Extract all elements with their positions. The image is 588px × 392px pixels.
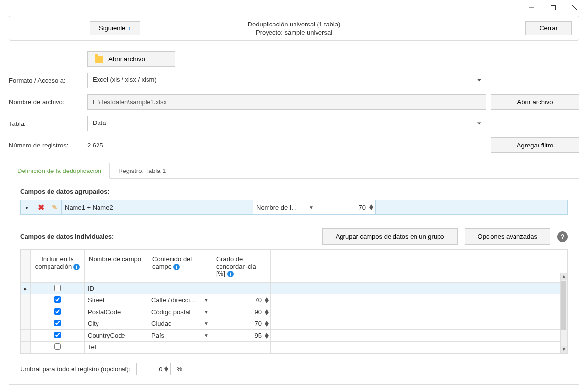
info-icon[interactable]: i: [227, 271, 234, 277]
scroll-down-icon[interactable]: [561, 346, 567, 353]
folder-icon: [95, 56, 103, 63]
chevron-down-icon: ▼: [204, 297, 209, 303]
content-select[interactable]: [148, 283, 212, 294]
col-content: Contenido del campoi: [148, 250, 212, 283]
row-indicator[interactable]: ▸: [21, 283, 31, 294]
scrollbar[interactable]: [560, 273, 567, 353]
tabs: Definición de la deduplicación Registro,…: [9, 163, 579, 179]
table-row[interactable]: ▸ ID: [21, 283, 567, 294]
edit-group-button[interactable]: ✎: [48, 200, 62, 214]
include-checkbox[interactable]: [54, 320, 61, 326]
field-name-cell: Tel: [85, 342, 148, 353]
grouped-match-input[interactable]: 70: [317, 200, 376, 214]
open-file-button[interactable]: Abrir archivo: [491, 94, 579, 110]
page-subtitle: Proyecto: sample universal: [248, 29, 341, 36]
col-include: Incluir en la comparacióni: [31, 250, 85, 283]
format-select[interactable]: Excel (xls / xlsx / xlsm): [87, 73, 486, 88]
svg-marker-17: [164, 369, 168, 372]
content-select[interactable]: País▼: [148, 330, 212, 342]
svg-marker-15: [562, 348, 566, 351]
svg-marker-13: [265, 336, 269, 339]
row-indicator[interactable]: [21, 330, 31, 342]
help-icon[interactable]: ?: [557, 231, 568, 242]
table-row[interactable]: Street Calle / direcci…▼ 70: [21, 294, 567, 306]
table-row[interactable]: PostalCode Código postal▼ 90: [21, 306, 567, 318]
svg-marker-7: [265, 300, 269, 303]
info-icon[interactable]: i: [173, 264, 180, 270]
table-row[interactable]: CountryCode País▼ 95: [21, 330, 567, 342]
spinner-icon[interactable]: [265, 297, 269, 303]
match-input[interactable]: 95: [212, 330, 271, 342]
content-select[interactable]: Ciudad▼: [148, 318, 212, 330]
table-label: Tabla:: [9, 120, 82, 127]
delete-icon: ✖: [38, 203, 44, 212]
match-input[interactable]: [212, 342, 271, 353]
fields-table: Incluir en la comparacióni Nombre de cam…: [21, 250, 567, 353]
row-indicator[interactable]: ▸: [21, 200, 34, 214]
match-input[interactable]: 90: [212, 306, 271, 318]
spinner-icon[interactable]: [265, 309, 269, 315]
filename-input: [87, 94, 486, 110]
chevron-down-icon: ▼: [204, 321, 209, 326]
threshold-unit: %: [176, 366, 182, 373]
records-label: Número de registros:: [9, 142, 82, 149]
tab-content: Campos de datos agrupados: ▸ ✖ ✎ Name1 +…: [9, 179, 579, 385]
next-label: Siguiente: [99, 24, 125, 32]
tab-dedup-definition[interactable]: Definición de la deduplicación: [9, 163, 110, 179]
threshold-label: Umbral para todo el registro (opcional):: [20, 366, 130, 373]
spinner-icon[interactable]: [369, 204, 373, 210]
advanced-options-button[interactable]: Opciones avanzadas: [465, 228, 550, 245]
table-select[interactable]: Data: [87, 116, 486, 131]
grouped-field-type-select[interactable]: Nombre de l… ▼: [253, 200, 317, 214]
col-name: Nombre de campo: [85, 250, 148, 283]
spinner-icon[interactable]: [265, 333, 269, 339]
include-checkbox[interactable]: [54, 332, 61, 338]
next-button[interactable]: Siguiente ›: [90, 21, 140, 35]
grouped-field-name: Name1 + Name2: [62, 200, 253, 214]
records-value: 2.625: [87, 142, 486, 149]
field-name-cell: City: [85, 318, 148, 330]
row-indicator[interactable]: [21, 306, 31, 318]
page-title: Deduplicación universal (1 tabla): [248, 21, 341, 28]
field-name-cell: Street: [85, 294, 148, 306]
delete-group-button[interactable]: ✖: [34, 200, 48, 214]
include-checkbox[interactable]: [54, 296, 61, 303]
svg-rect-1: [551, 6, 556, 10]
include-checkbox[interactable]: [54, 343, 61, 350]
table-row[interactable]: City Ciudad▼ 70: [21, 318, 567, 330]
group-fields-button[interactable]: Agrupar campos de datos en un grupo: [322, 228, 458, 245]
scroll-up-icon[interactable]: [561, 273, 567, 280]
row-indicator[interactable]: [21, 318, 31, 330]
content-select[interactable]: Código postal▼: [148, 306, 212, 318]
open-file-button-top[interactable]: Abrir archivo: [87, 51, 175, 67]
pencil-icon: ✎: [52, 203, 58, 211]
scroll-thumb[interactable]: [561, 281, 566, 330]
file-form: Abrir archivo Formato / Acceso a: Excel …: [9, 51, 579, 153]
add-filter-button[interactable]: Agregar filtro: [491, 137, 579, 153]
field-name-cell: CountryCode: [85, 330, 148, 342]
window-maximize[interactable]: [542, 1, 564, 15]
spinner-icon[interactable]: [265, 321, 269, 327]
window-close[interactable]: [564, 1, 586, 15]
col-match: Grado de concordan-cia [%]i: [212, 250, 271, 283]
include-checkbox[interactable]: [54, 308, 61, 315]
row-indicator[interactable]: [21, 342, 31, 353]
svg-marker-9: [265, 312, 269, 315]
threshold-input[interactable]: 0: [136, 363, 171, 375]
table-row[interactable]: Tel: [21, 342, 567, 353]
content-select[interactable]: Calle / direcci…▼: [148, 294, 212, 306]
svg-marker-5: [369, 207, 373, 210]
svg-marker-14: [562, 275, 566, 278]
close-button[interactable]: Cerrar: [525, 21, 572, 35]
row-indicator[interactable]: [21, 294, 31, 306]
match-input[interactable]: [212, 283, 271, 294]
chevron-down-icon: ▼: [204, 333, 209, 338]
include-checkbox[interactable]: [54, 285, 61, 291]
match-input[interactable]: 70: [212, 318, 271, 330]
window-minimize[interactable]: [521, 1, 542, 15]
content-select[interactable]: [148, 342, 212, 353]
tab-registro[interactable]: Registro, Tabla 1: [110, 163, 174, 178]
match-input[interactable]: 70: [212, 294, 271, 306]
info-icon[interactable]: i: [74, 264, 80, 270]
spinner-icon[interactable]: [164, 366, 168, 372]
